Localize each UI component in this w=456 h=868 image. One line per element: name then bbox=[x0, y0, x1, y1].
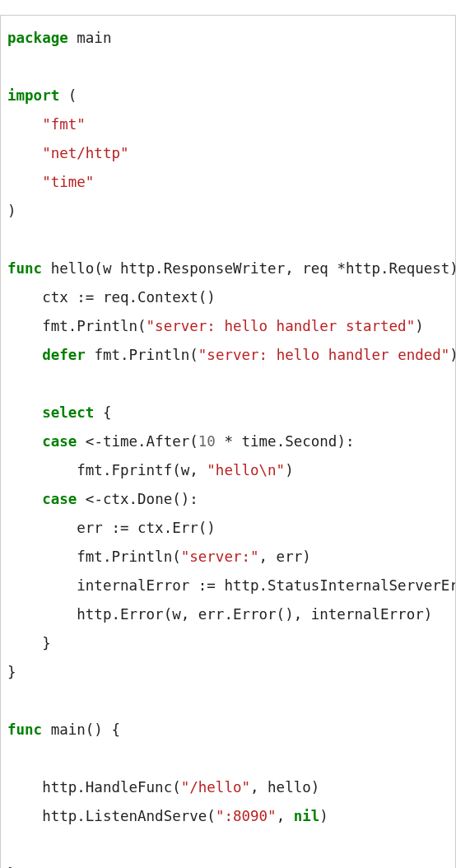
token-kw: select bbox=[42, 404, 94, 421]
token-kw: case bbox=[42, 491, 77, 507]
token-kw: func bbox=[7, 721, 42, 738]
token-str: "fmt" bbox=[42, 116, 86, 133]
token-kw: case bbox=[42, 433, 77, 450]
token-str: "server: hello handler started" bbox=[147, 318, 416, 334]
token-str: "server: hello handler ended" bbox=[198, 347, 450, 363]
token-kw: package bbox=[7, 30, 68, 46]
token-kw: defer bbox=[42, 347, 86, 363]
token-str: "server:" bbox=[181, 548, 259, 565]
token-kw: func bbox=[7, 260, 42, 277]
token-str: ":8090" bbox=[216, 808, 277, 824]
token-nil: nil bbox=[294, 808, 320, 824]
token-kw: import bbox=[7, 87, 59, 104]
go-code-block: package main import ( "fmt" "net/http" "… bbox=[0, 15, 456, 869]
token-num: 10 bbox=[198, 433, 216, 450]
token-str: "/hello" bbox=[181, 779, 250, 796]
token-str: "hello\n" bbox=[207, 462, 285, 478]
token-str: "net/http" bbox=[42, 145, 128, 161]
token-str: "time" bbox=[42, 174, 94, 190]
